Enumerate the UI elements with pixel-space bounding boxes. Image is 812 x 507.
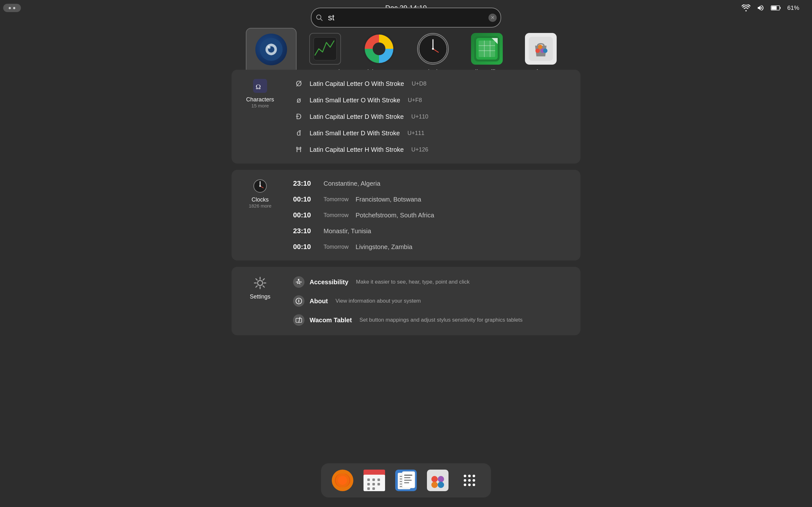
svg-point-77 (464, 479, 466, 482)
svg-rect-54 (367, 487, 370, 490)
clock-item-2[interactable]: 00:10 Tomorrow Potchefstroom, South Afri… (289, 208, 571, 222)
about-desc: View information about your system (336, 298, 421, 304)
settings-section: Settings Accessibility Make it easier to… (232, 267, 580, 335)
characters-section-header: Ω Characters 15 more (241, 76, 279, 157)
search-clear-button[interactable]: × (489, 14, 497, 22)
search-container: × (311, 8, 501, 27)
char-code-2: U+110 (411, 113, 428, 120)
clocks-section-icon (253, 179, 267, 193)
clock-location-3: Monastir, Tunisia (323, 228, 371, 235)
clock-item-0[interactable]: 23:10 Constantine, Algeria (289, 176, 571, 191)
svg-rect-64 (404, 475, 412, 475)
settings-title: Settings (250, 293, 270, 300)
search-wrapper: × (311, 8, 501, 27)
character-item-3[interactable]: đ Latin Small Letter D With Stroke U+111 (289, 125, 571, 141)
clock-time-0: 23:10 (293, 179, 318, 187)
clock-time-3: 23:10 (293, 227, 318, 235)
about-title: About (310, 297, 328, 305)
svg-point-76 (473, 475, 475, 477)
accessibility-title: Accessibility (310, 279, 348, 286)
clocks-section: Clocks 1826 more 23:10 Constantine, Alge… (232, 170, 580, 261)
svg-rect-55 (372, 487, 375, 490)
svg-rect-68 (427, 469, 449, 491)
svg-point-82 (473, 484, 475, 486)
svg-rect-51 (367, 483, 370, 486)
about-icon (293, 295, 305, 307)
character-item-0[interactable]: Ø Latin Capital Letter O With Stroke U+D… (289, 76, 571, 91)
svg-point-80 (464, 484, 466, 486)
svg-point-74 (464, 475, 466, 477)
dock-item-calendar[interactable] (362, 468, 387, 493)
settings-item-wacom[interactable]: Wacom Tablet Set button mappings and adj… (289, 311, 571, 329)
svg-point-75 (468, 475, 471, 477)
svg-point-27 (536, 49, 540, 53)
accessibility-icon (293, 276, 305, 288)
char-label-1: Latin Small Letter O With Stroke (310, 97, 400, 104)
svg-point-30 (543, 49, 548, 53)
system-monitor-icon (309, 33, 341, 65)
svg-rect-49 (372, 478, 375, 481)
char-symbol-0: Ø (293, 79, 305, 88)
svg-point-81 (468, 484, 471, 486)
svg-point-36 (259, 185, 261, 187)
svg-point-29 (538, 45, 542, 49)
char-label-0: Latin Capital Letter O With Stroke (310, 80, 404, 88)
svg-point-71 (432, 482, 438, 488)
top-bar-right: 61% (742, 4, 799, 12)
svg-rect-48 (367, 478, 370, 481)
svg-rect-66 (404, 480, 412, 481)
settings-item-about[interactable]: About View information about your system (289, 292, 571, 310)
firefox-icon (332, 469, 353, 491)
char-label-2: Latin Capital Letter D With Stroke (310, 113, 404, 120)
clock-item-4[interactable]: 00:10 Tomorrow Livingstone, Zambia (289, 239, 571, 254)
files-icon (395, 469, 417, 491)
dock-item-firefox[interactable] (330, 468, 355, 493)
top-bar-left: ● ● (3, 4, 21, 12)
char-symbol-3: đ (293, 129, 305, 137)
clocks-section-title: Clocks (252, 196, 269, 203)
character-item-2[interactable]: Đ Latin Capital Letter D With Stroke U+1… (289, 109, 571, 124)
dock-item-app-grid[interactable] (457, 468, 482, 493)
svg-rect-2 (780, 7, 780, 9)
dock-item-files[interactable] (393, 468, 419, 493)
char-label-3: Latin Small Letter D With Stroke (310, 130, 400, 137)
svg-point-78 (468, 479, 471, 482)
clock-item-3[interactable]: 23:10 Monastir, Tunisia (289, 224, 571, 238)
battery-percent: 61% (787, 4, 799, 11)
pill-button[interactable]: ● ● (3, 4, 21, 12)
svg-rect-1 (771, 6, 776, 10)
characters-section-icon: Ω (253, 78, 267, 93)
wacom-icon (293, 314, 305, 326)
clock-location-4: Livingstone, Zambia (356, 243, 412, 250)
search-input[interactable] (311, 8, 501, 27)
software-icon (525, 33, 557, 65)
char-code-3: U+111 (408, 130, 425, 136)
battery-icon (771, 5, 781, 11)
clocks-section-subtitle: 1826 more (249, 203, 271, 209)
search-icon (316, 14, 323, 21)
svg-point-9 (268, 46, 270, 48)
svg-point-72 (438, 482, 444, 488)
characters-title: Characters (246, 96, 274, 103)
clock-time-4: 00:10 (293, 243, 318, 251)
clock-item-1[interactable]: 00:10 Tomorrow Francistown, Botswana (289, 192, 571, 207)
character-item-1[interactable]: ø Latin Small Letter O With Stroke U+F8 (289, 93, 571, 108)
dock-item-flathub[interactable] (425, 468, 450, 493)
clock-when-4: Tomorrow (323, 244, 349, 250)
calendar-icon (363, 469, 385, 491)
wacom-desc: Set button mappings and adjust stylus se… (359, 317, 522, 323)
character-item-4[interactable]: Ħ Latin Capital Letter H With Stroke U+1… (289, 142, 571, 157)
char-symbol-1: ø (293, 96, 305, 105)
settings-section-header: Settings (241, 273, 279, 329)
wifi-icon (742, 4, 751, 11)
svg-point-70 (438, 476, 444, 482)
char-code-0: U+D8 (412, 80, 426, 87)
svg-point-44 (338, 476, 347, 485)
svg-rect-65 (404, 477, 410, 478)
accessibility-desc: Make it easier to see, hear, type, point… (356, 279, 469, 285)
settings-items: Accessibility Make it easier to see, hea… (289, 273, 571, 329)
settings-item-accessibility[interactable]: Accessibility Make it easier to see, hea… (289, 273, 571, 291)
svg-rect-53 (377, 483, 380, 486)
app-grid-icon (459, 469, 480, 491)
characters-items: Ø Latin Capital Letter O With Stroke U+D… (289, 76, 571, 157)
